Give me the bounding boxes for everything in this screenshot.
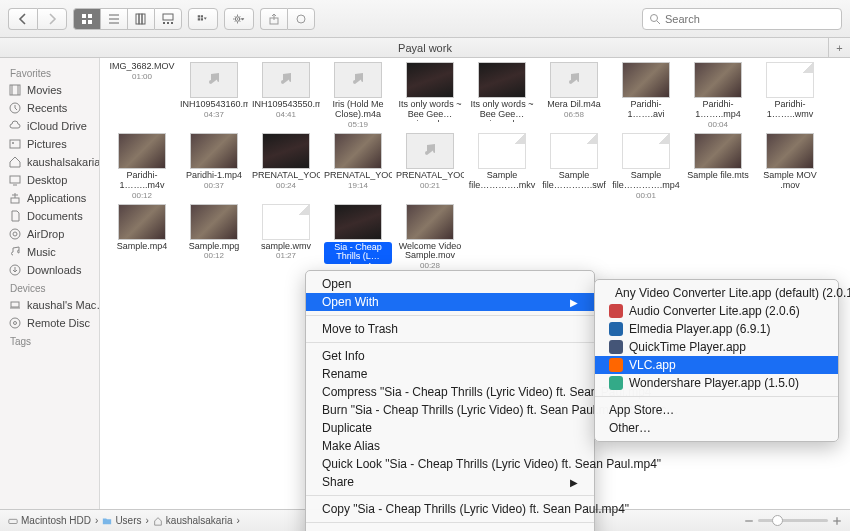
zoom-out-icon <box>744 516 754 526</box>
file-item[interactable]: Sia - Cheap Thrills (L…ul.mp4 <box>326 204 390 271</box>
svg-rect-1 <box>88 14 92 18</box>
sidebar-item-kaushal-s-mac-[interactable]: kaushal's Mac… <box>0 296 99 314</box>
file-item[interactable]: Sample file………….swf <box>542 133 606 200</box>
new-tab-button[interactable]: + <box>828 38 850 58</box>
sidebar-item-icloud-drive[interactable]: iCloud Drive <box>0 117 99 135</box>
back-button[interactable] <box>8 8 37 30</box>
openwith-app[interactable]: Wondershare Player.app (1.5.0) <box>595 374 838 392</box>
openwith-app[interactable]: Any Video Converter Lite.app (default) (… <box>595 284 838 302</box>
sidebar-item-pictures[interactable]: Pictures <box>0 135 99 153</box>
file-item[interactable]: IMG_3682.MOV01:00 <box>110 62 174 129</box>
ctx-open[interactable]: Open <box>306 275 594 293</box>
file-item[interactable]: Sample file.mts <box>686 133 750 200</box>
share-tag-segment <box>260 8 315 30</box>
file-thumb-audio <box>334 62 382 98</box>
svg-point-29 <box>12 142 14 144</box>
icon-view-button[interactable] <box>73 8 100 30</box>
openwith-app[interactable]: Audio Converter Lite.app (2.0.6) <box>595 302 838 320</box>
file-item[interactable]: INH109543550.mp304:41 <box>254 62 318 129</box>
file-thumb-image <box>694 133 742 169</box>
sidebar-item-recents[interactable]: Recents <box>0 99 99 117</box>
file-item[interactable]: Sample.mp4 <box>110 204 174 271</box>
file-item[interactable]: Welcome Video Sample.mov00:28 <box>398 204 462 271</box>
svg-rect-36 <box>11 302 19 307</box>
file-item[interactable]: sample.wmv01:27 <box>254 204 318 271</box>
openwith-other[interactable]: Other… <box>595 419 838 437</box>
file-thumb-audio <box>406 133 454 169</box>
column-view-button[interactable] <box>127 8 154 30</box>
file-duration: 06:58 <box>564 110 584 119</box>
search-input[interactable] <box>665 13 835 25</box>
file-item[interactable]: PRENATAL_YOGA_02_Title_01.mp419:14 <box>326 133 390 200</box>
gallery-view-button[interactable] <box>154 8 182 30</box>
file-item[interactable]: Sample MOV .mov <box>758 133 822 200</box>
path-crumb[interactable]: Users <box>102 515 141 526</box>
file-item[interactable]: Sample file………….mp400:01 <box>614 133 678 200</box>
file-name: Paridhi-1……..mp4 <box>684 100 752 120</box>
svg-point-38 <box>10 318 20 328</box>
sidebar-item-music[interactable]: Music <box>0 243 99 261</box>
view-mode-segment <box>73 8 182 30</box>
zoom-in-icon <box>832 516 842 526</box>
sidebar-item-airdrop[interactable]: AirDrop <box>0 225 99 243</box>
openwith-app[interactable]: VLC.app <box>595 356 838 374</box>
file-thumb-audio <box>262 62 310 98</box>
sidebar-item-downloads[interactable]: Downloads <box>0 261 99 279</box>
svg-point-39 <box>14 322 17 325</box>
tags-button[interactable] <box>287 8 315 30</box>
ctx-duplicate[interactable]: Duplicate <box>306 419 594 437</box>
ctx-share[interactable]: Share▶ <box>306 473 594 491</box>
arrange-button[interactable] <box>188 8 218 30</box>
ctx-move-to-trash[interactable]: Move to Trash <box>306 320 594 338</box>
file-item[interactable]: Its only words ~ Bee Gee…rics.mkv <box>398 62 462 129</box>
sidebar-item-remote-disc[interactable]: Remote Disc <box>0 314 99 332</box>
file-name: Welcome Video Sample.mov <box>396 242 464 262</box>
ctx-open-with[interactable]: Open With▶ <box>306 293 594 311</box>
zoom-slider[interactable] <box>744 516 842 526</box>
ctx-clean-up[interactable]: Clean Up Selection <box>306 527 594 531</box>
share-button[interactable] <box>260 8 287 30</box>
ctx-compress[interactable]: Compress "Sia - Cheap Thrills (Lyric Vid… <box>306 383 594 401</box>
forward-button[interactable] <box>37 8 67 30</box>
svg-rect-9 <box>142 14 145 24</box>
ctx-rename[interactable]: Rename <box>306 365 594 383</box>
file-item[interactable]: Paridhi-1.mp400:37 <box>182 133 246 200</box>
sidebar-item-desktop[interactable]: Desktop <box>0 171 99 189</box>
openwith-appstore[interactable]: App Store… <box>595 401 838 419</box>
crumb-label: Macintosh HDD <box>21 515 91 526</box>
sidebar-item-applications[interactable]: Applications <box>0 189 99 207</box>
ctx-get-info[interactable]: Get Info <box>306 347 594 365</box>
file-item[interactable]: Sample file………….mkv <box>470 133 534 200</box>
path-crumb[interactable]: Macintosh HDD <box>8 515 91 526</box>
file-name: Sia - Cheap Thrills (L…ul.mp4 <box>324 242 392 264</box>
file-item[interactable]: Paridhi-1……..wmv <box>758 62 822 129</box>
file-name: IMG_3682.MOV <box>108 62 176 72</box>
path-crumb[interactable]: kaushalsakaria <box>153 515 233 526</box>
sidebar-item-movies[interactable]: Movies <box>0 81 99 99</box>
ctx-quick-look[interactable]: Quick Look "Sia - Cheap Thrills (Lyric V… <box>306 455 594 473</box>
ctx-burn[interactable]: Burn "Sia - Cheap Thrills (Lyric Video) … <box>306 401 594 419</box>
openwith-app[interactable]: Elmedia Player.app (6.9.1) <box>595 320 838 338</box>
svg-rect-11 <box>163 22 165 24</box>
file-item[interactable]: Mera Dil.m4a06:58 <box>542 62 606 129</box>
file-item[interactable]: Paridhi-1……..mp400:04 <box>686 62 750 129</box>
file-item[interactable]: PRENATAL_YOGA_01_Title_01.mp400:24 <box>254 133 318 200</box>
file-item[interactable]: INH109543160.mp304:37 <box>182 62 246 129</box>
ctx-make-alias[interactable]: Make Alias <box>306 437 594 455</box>
search-field[interactable] <box>642 8 842 30</box>
ctx-copy[interactable]: Copy "Sia - Cheap Thrills (Lyric Video) … <box>306 500 594 518</box>
file-item[interactable]: Sample.mpg00:12 <box>182 204 246 271</box>
app-icon <box>609 358 623 372</box>
file-item[interactable]: Iris (Hold Me Close).m4a05:19 <box>326 62 390 129</box>
file-item[interactable]: Its only words ~ Bee Gee…rics.vob <box>470 62 534 129</box>
file-duration: 05:19 <box>348 120 368 129</box>
list-view-button[interactable] <box>100 8 127 30</box>
file-thumb-image <box>118 133 166 169</box>
openwith-app[interactable]: QuickTime Player.app <box>595 338 838 356</box>
sidebar-item-kaushalsakaria[interactable]: kaushalsakaria <box>0 153 99 171</box>
file-item[interactable]: PRENATAL_YOGA_03_Title_01.mp400:21 <box>398 133 462 200</box>
file-item[interactable]: Paridhi-1…….avi <box>614 62 678 129</box>
sidebar-item-documents[interactable]: Documents <box>0 207 99 225</box>
file-item[interactable]: Paridhi-1……..m4v00:12 <box>110 133 174 200</box>
action-button[interactable] <box>224 8 254 30</box>
